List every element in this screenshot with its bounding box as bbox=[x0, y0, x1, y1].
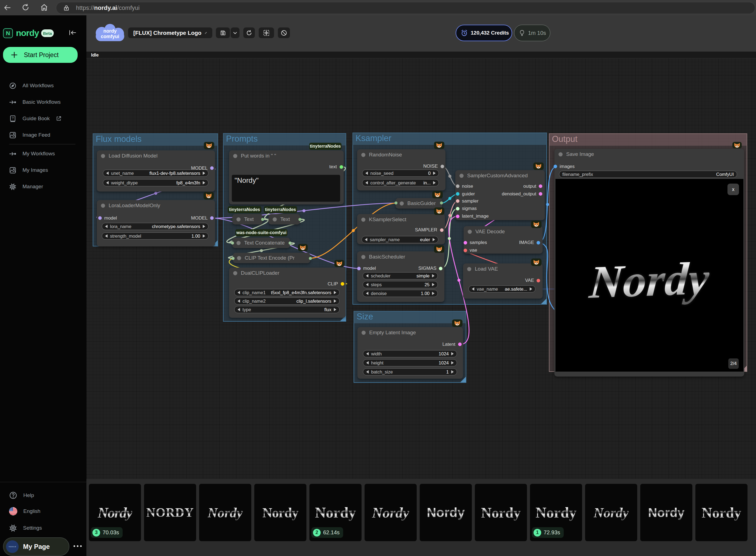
svg-text:?: ? bbox=[12, 116, 14, 120]
svg-text:comfyui: comfyui bbox=[101, 34, 119, 39]
svg-text:nordy: nordy bbox=[103, 28, 117, 34]
